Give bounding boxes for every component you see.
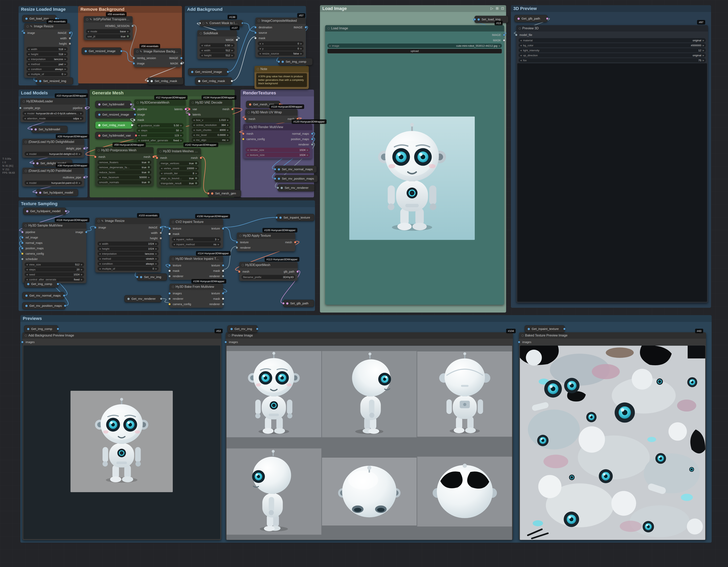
- decrement-arrow[interactable]: ◀: [173, 238, 175, 241]
- widget-model[interactable]: ◀modelhunyuan3d-dit-v2-0-fp16.safetens…▶: [23, 111, 83, 116]
- increment-arrow[interactable]: ▶: [231, 49, 233, 52]
- decrement-arrow[interactable]: ◀: [520, 59, 522, 62]
- output-port[interactable]: [256, 328, 258, 330]
- upload-button[interactable]: upload: [327, 49, 502, 54]
- increment-arrow[interactable]: ▶: [196, 167, 197, 170]
- input-port-source[interactable]: [254, 32, 257, 34]
- output-port-glb_path[interactable]: [296, 271, 299, 273]
- output-port-height[interactable]: [69, 43, 71, 45]
- widget-triangulate_result[interactable]: triangulate_resulttrue: [159, 181, 199, 186]
- widget-model[interactable]: ◀modelhunyuan3d-paint-v2-0▶: [25, 181, 82, 185]
- group-title-previews[interactable]: Previews: [20, 315, 712, 322]
- output-port-IMAGE[interactable]: [180, 57, 183, 59]
- widget-condition[interactable]: ◀conditionalways▶: [26, 67, 68, 71]
- decrement-arrow[interactable]: ◀: [99, 243, 101, 245]
- input-port-images[interactable]: [21, 341, 24, 343]
- input-port-mask[interactable]: [168, 233, 171, 235]
- Set_resized_img[interactable]: Set_resized_img: [36, 77, 73, 85]
- widget-vertex_count[interactable]: ◀vertex_count10000▶: [159, 166, 199, 171]
- output-port-renderer[interactable]: [311, 143, 313, 146]
- decrement-arrow[interactable]: ◀: [193, 119, 195, 121]
- output-port-MASK[interactable]: [180, 62, 183, 65]
- increment-arrow[interactable]: ▶: [155, 258, 157, 260]
- node-delightmodel-28[interactable]: (Down)Load Hy3D DelightModeldelight_pipe…: [22, 139, 84, 158]
- Get_hy3dmodel_vae[interactable]: Get_hy3dmodel_vae: [95, 132, 136, 139]
- Get_rmbg_mask[interactable]: Get_rmbg_mask: [195, 77, 232, 85]
- toggle-dot[interactable]: [148, 171, 150, 173]
- toggle-dot[interactable]: [195, 182, 197, 184]
- widget-model[interactable]: ◀modelhunyuan3d-delight-v2-0▶: [25, 152, 82, 156]
- decrement-arrow[interactable]: ◀: [259, 43, 261, 45]
- decrement-arrow[interactable]: ◀: [520, 49, 522, 52]
- decrement-arrow[interactable]: ◀: [520, 39, 522, 42]
- widget-mode[interactable]: ◀modebase▶: [86, 29, 130, 34]
- collapse-dot[interactable]: [200, 32, 202, 35]
- node-rendermultiview-120[interactable]: Hy3D Render MultiViewmeshnormal_mapscame…: [243, 124, 312, 159]
- output-port-IMAGE[interactable]: [305, 26, 307, 29]
- input-port-texture[interactable]: [236, 241, 238, 244]
- input-port-ref_image[interactable]: [21, 236, 24, 239]
- Get_rmbg_mask[interactable]: Get_rmbg_mask: [95, 122, 132, 129]
- decrement-arrow[interactable]: ◀: [138, 129, 140, 132]
- group-title-load-image[interactable]: Load Image: [320, 5, 506, 12]
- output-port[interactable]: [227, 71, 229, 73]
- increment-arrow[interactable]: ▶: [703, 54, 704, 57]
- output-port-width[interactable]: [160, 232, 162, 234]
- widget-texture_size[interactable]: ◀texture_size1024▶: [245, 153, 310, 157]
- input-port[interactable]: [277, 187, 279, 189]
- decrement-arrow[interactable]: ◀: [28, 53, 30, 55]
- decrement-arrow[interactable]: ◀: [259, 48, 261, 50]
- input-port-camera_config[interactable]: [21, 253, 24, 255]
- increment-arrow[interactable]: ▶: [227, 134, 229, 136]
- widget-material[interactable]: ◀materialoriginal▶: [518, 38, 706, 43]
- widget-attention_mode[interactable]: ◀attention_modesdpa▶: [23, 116, 83, 121]
- widget-max_facenum[interactable]: ◀max_facenum50000▶: [97, 175, 151, 180]
- node-image-remove-background-56[interactable]: ✎Image Remove Backgroundrembg_sessionIMA…: [134, 48, 181, 67]
- output-port-latents[interactable]: [185, 108, 187, 110]
- decrement-arrow[interactable]: ◀: [28, 68, 30, 70]
- input-port[interactable]: [147, 80, 149, 82]
- widget-height[interactable]: ◀height518▶: [26, 52, 68, 56]
- Set_hy3dpaint_model[interactable]: Set_hy3dpaint_model: [36, 189, 78, 196]
- node-graph-canvas[interactable]: Resize Loaded ImageRemove BackgroundAdd …: [0, 0, 728, 567]
- node-image-resize-62[interactable]: ✎Image ResizeimageIMAGEwidthheight◀width…: [24, 23, 70, 78]
- decrement-arrow[interactable]: ◀: [26, 182, 28, 184]
- increment-arrow[interactable]: ▶: [148, 176, 150, 179]
- group-title-remove-background[interactable]: Remove Background: [78, 6, 182, 13]
- input-port-images[interactable]: [168, 292, 171, 294]
- toggle-dot[interactable]: [195, 177, 197, 179]
- increment-arrow[interactable]: ▶: [65, 68, 66, 70]
- Get_img_comp[interactable]: Get_img_comp: [24, 325, 58, 332]
- widget-align_to_boundaries[interactable]: align_to_boundariestrue: [159, 176, 199, 181]
- output-port-MASK[interactable]: [503, 39, 505, 42]
- input-port-rembg_session[interactable]: [133, 57, 135, 59]
- node-applytexture-105[interactable]: Hy3D Apply Texturetexturemeshrenderer: [237, 233, 295, 251]
- decrement-arrow[interactable]: ◀: [99, 253, 101, 255]
- increment-arrow[interactable]: ▶: [196, 172, 197, 175]
- widget-seed[interactable]: ◀seed1024▶: [25, 272, 84, 277]
- decrement-arrow[interactable]: ◀: [99, 258, 101, 260]
- decrement-arrow[interactable]: ◀: [161, 167, 162, 170]
- collapse-dot[interactable]: [137, 102, 139, 104]
- increment-arrow[interactable]: ▶: [65, 53, 66, 55]
- widget-control_after_generate[interactable]: ◀control_after_generatefixed▶: [136, 138, 184, 143]
- expand-icon[interactable]: ⊡: [501, 6, 504, 11]
- collapse-dot[interactable]: [519, 27, 521, 30]
- widget-steps[interactable]: ◀steps50▶: [136, 128, 184, 133]
- collapse-dot[interactable]: [86, 18, 88, 21]
- decrement-arrow[interactable]: ◀: [26, 269, 28, 271]
- node-hy3dgeneratemesh-12[interactable]: Hy3DGenerateMeshpipelinelatentsimagemask…: [134, 99, 186, 144]
- node-cv2inpaint-108[interactable]: CV2 Inpaint Texturetexturetexturemask◀in…: [170, 219, 223, 248]
- collapse-dot[interactable]: [242, 264, 244, 266]
- input-port[interactable]: [200, 22, 201, 24]
- widget-light_intensity[interactable]: ◀light_intensity12▶: [518, 48, 706, 53]
- output-port-IMAGE[interactable]: [69, 32, 71, 34]
- Get_img_comp[interactable]: Get_img_comp: [24, 281, 58, 287]
- decrement-arrow[interactable]: ◀: [28, 73, 30, 75]
- widget-inpaint_method[interactable]: ◀inpaint_methodns▶: [172, 242, 221, 247]
- node-exportmesh-113[interactable]: Hy3DExportMeshmeshglb_pathfilename_prefi…: [239, 262, 298, 281]
- node-instant-meshes-142[interactable]: Hy3D Instant-Meshes Remeshmeshmeshmerge_…: [157, 148, 201, 187]
- decrement-arrow[interactable]: ◀: [138, 124, 140, 127]
- input-port-position_maps[interactable]: [21, 247, 24, 250]
- decrement-arrow[interactable]: ◀: [201, 49, 203, 52]
